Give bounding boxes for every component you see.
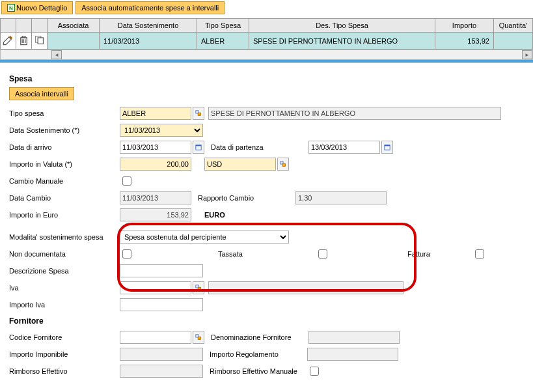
tipospesa-input[interactable] <box>120 107 191 120</box>
tipospesa-lookup-icon[interactable] <box>193 107 204 120</box>
valuta-input[interactable] <box>204 158 276 171</box>
cell-importo: 153,92 <box>435 33 494 49</box>
datapartenza-input[interactable] <box>308 141 380 154</box>
rimbeffettivo-input <box>120 365 203 378</box>
datapartenza-calendar-icon[interactable] <box>381 141 393 154</box>
valuta-lookup-icon[interactable] <box>277 158 289 171</box>
dataarrivo-input[interactable] <box>120 141 191 154</box>
table-row[interactable]: 11/03/2013 ALBER SPESE DI PERNOTTAMENTO … <box>1 33 533 49</box>
cell-destipo: SPESE DI PERNOTTAMENTO IN ALBERGO <box>249 33 435 49</box>
label-datapartenza: Data di partenza <box>211 143 308 151</box>
iva-desc-input <box>208 281 403 294</box>
label-importoiva: Importo Iva <box>9 301 120 309</box>
label-tassata: Tassata <box>218 250 316 258</box>
denomfornitore-input <box>308 331 400 344</box>
scroll-left-icon[interactable]: ◄ <box>51 50 62 59</box>
new-detail-button[interactable]: N Nuovo Dettaglio <box>1 1 73 14</box>
new-detail-label: Nuovo Dettaglio <box>16 4 67 12</box>
copy-icon[interactable] <box>33 40 46 48</box>
svg-rect-4 <box>198 113 200 115</box>
col-quantita[interactable]: Quantita' <box>494 19 533 33</box>
label-fattura: Fattura <box>407 250 472 258</box>
label-rimbeffmanuale: Rimborso Effettivo Manuale <box>210 367 307 375</box>
cell-associata <box>48 33 100 49</box>
auto-associate-label: Associa automaticamente spese a interval… <box>81 4 219 12</box>
label-impimponibile: Importo Imponibile <box>9 350 120 358</box>
svg-rect-2 <box>38 38 43 44</box>
label-cambiomanuale: Cambio Manuale <box>9 177 120 185</box>
label-tipospesa: Tipo spesa <box>9 109 120 117</box>
tipospesa-desc-input <box>208 107 501 120</box>
svg-rect-6 <box>196 145 201 147</box>
modalita-select[interactable]: Spesa sostenuta dal percipiente <box>120 231 289 244</box>
impregolamento-input <box>307 348 398 361</box>
scroll-right-icon[interactable]: ► <box>522 50 532 59</box>
col-tipospesa[interactable]: Tipo Spesa <box>197 19 249 33</box>
codfornitore-input[interactable] <box>120 331 191 344</box>
cambiomanuale-checkbox[interactable] <box>122 176 131 186</box>
horizontal-scrollbar[interactable]: ◄ ► <box>0 49 533 60</box>
label-iva: Iva <box>9 284 120 292</box>
fattura-checkbox[interactable] <box>475 249 484 259</box>
iva-lookup-icon[interactable] <box>193 281 204 294</box>
label-nondoc: Non documentata <box>9 250 120 258</box>
col-associata[interactable]: Associata <box>48 19 100 33</box>
tassata-checkbox[interactable] <box>318 249 327 259</box>
label-importoeuro: Importo in Euro <box>9 211 120 219</box>
importovaluta-input[interactable] <box>120 158 191 171</box>
rapportocambio-input <box>295 191 387 204</box>
datacambio-input <box>120 191 191 204</box>
importoiva-input[interactable] <box>120 298 203 311</box>
col-destipo[interactable]: Des. Tipo Spesa <box>249 19 435 33</box>
label-codfornitore: Codice Fornitore <box>9 333 120 341</box>
nondoc-checkbox[interactable] <box>122 249 131 259</box>
label-modalita: Modalita' sostenimento spesa <box>9 233 120 241</box>
associa-intervalli-label: Associa intervalli <box>15 90 68 98</box>
importoeuro-input <box>120 208 191 221</box>
associa-intervalli-button[interactable]: Associa intervalli <box>9 87 74 100</box>
expense-grid: Associata Data Sostenimento Tipo Spesa D… <box>0 18 533 49</box>
svg-rect-8 <box>385 145 390 147</box>
svg-rect-10 <box>282 163 285 166</box>
label-denomfornitore: Denominazione Fornitore <box>211 333 308 341</box>
label-rimbeffettivo: Rimborso Effettivo <box>9 367 120 375</box>
label-datasost: Data Sostenimento (*) <box>9 126 120 134</box>
label-descspesa: Descrizione Spesa <box>9 267 120 275</box>
col-datasost[interactable]: Data Sostenimento <box>100 19 197 33</box>
svg-rect-14 <box>198 337 200 339</box>
impimponibile-input <box>120 348 203 361</box>
cell-quantita <box>494 33 533 49</box>
label-impregolamento: Importo Regolamento <box>210 350 307 358</box>
euro-label: EURO <box>204 211 225 219</box>
col-importo[interactable]: Importo <box>435 19 494 33</box>
label-datacambio: Data Cambio <box>9 194 120 202</box>
label-dataarrivo: Data di arrivo <box>9 143 120 151</box>
label-rapportocambio: Rapporto Cambio <box>198 194 295 202</box>
rimbeffmanuale-checkbox[interactable] <box>310 367 319 376</box>
dataarrivo-calendar-icon[interactable] <box>193 141 204 154</box>
auto-associate-button[interactable]: Associa automaticamente spese a interval… <box>75 1 225 14</box>
cell-datasost: 11/03/2013 <box>100 33 197 49</box>
new-icon: N <box>7 4 15 12</box>
descspesa-input[interactable] <box>120 264 203 277</box>
section-spesa-title: Spesa <box>9 74 524 83</box>
datasost-select[interactable]: 11/03/2013 <box>120 124 203 137</box>
label-importovaluta: Importo in Valuta (*) <box>9 160 120 168</box>
codfornitore-lookup-icon[interactable] <box>193 331 204 344</box>
cell-tipospesa: ALBER <box>197 33 249 49</box>
svg-rect-12 <box>198 287 200 290</box>
edit-icon[interactable] <box>2 40 14 48</box>
delete-icon[interactable] <box>18 40 30 48</box>
section-fornitore-title: Fornitore <box>9 316 524 326</box>
iva-input[interactable] <box>120 281 191 294</box>
